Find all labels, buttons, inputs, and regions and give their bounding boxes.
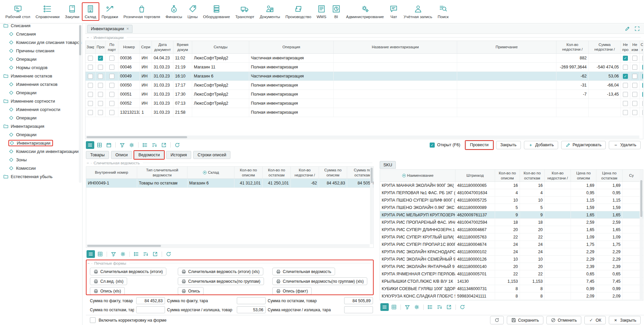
checkbox[interactable] [623,110,628,115]
checkbox[interactable] [623,92,628,97]
close-doc-button[interactable]: Закрыть [496,141,521,149]
column-header[interactable]: Кол-во по описям [495,170,520,181]
topbar-item[interactable]: Документы [257,3,283,20]
cell-checkbox[interactable] [106,54,118,62]
checkbox[interactable] [632,110,637,115]
cell-checkbox[interactable] [86,72,96,80]
print-form-button[interactable]: Сличительная ведомость (итоги) (xls) [178,268,263,275]
numbered-list-icon[interactable] [426,303,434,311]
table-row[interactable]: КРУПА ЯЧМЕННАЯ СУПЕР! ПЕРЛОВ/48111800057… [380,270,643,278]
topbar-item[interactable]: Чат [386,3,401,20]
cell-checkbox[interactable] [621,108,630,117]
numbered-list-icon[interactable] [141,141,149,149]
cell-checkbox[interactable] [96,63,106,71]
topbar-item[interactable]: Склад [82,3,99,20]
table-row[interactable]: КРУПА РИС ЭКОЛАЙН ЯНТАРНЫЙ 9481118000014… [380,263,643,270]
edit-button[interactable]: Редактировать [561,141,606,149]
table-row[interactable]: ✓00036ИН04.04.2311:02ЛюксСофтТрейд2Части… [86,54,643,63]
checkbox[interactable]: ✓ [623,74,628,79]
topbar-item[interactable]: Финансы [163,3,185,20]
table-row[interactable]: КРУПА РИС СУПЕР! ПРОПАР.1С 800Г481118000… [380,241,643,248]
cell-checkbox[interactable]: ✓ [621,72,630,80]
cell-checkbox[interactable] [106,108,118,117]
sidebar-item[interactable]: Операции [0,55,82,63]
cell-checkbox[interactable] [106,90,118,99]
column-header[interactable]: Су [623,170,641,181]
table-row[interactable]: КУБИКИ СОЕВЫЕ ГУЛЯШ 100Г ЗДОР48113460007… [380,285,643,292]
filter-icon[interactable] [109,250,118,258]
filter-icon[interactable] [118,141,126,149]
cell-checkbox[interactable] [621,63,630,71]
sum-field-input[interactable]: 53,06 [237,306,266,313]
checkbox[interactable] [632,74,637,79]
refresh-button[interactable] [490,316,504,324]
print-form-button[interactable]: Опись (xls) [90,287,125,295]
grid-view-icon[interactable] [95,141,104,149]
table-row[interactable]: 132132132131.03.2321:58Полная инвентариз… [86,108,643,117]
topbar-item[interactable]: BI [329,3,343,20]
list-view-icon[interactable] [380,303,389,311]
column-header[interactable]: Сумма по описям [319,167,347,178]
topbar-item[interactable]: Цены [185,3,200,20]
topbar-item[interactable]: Поиск [435,3,451,20]
column-header[interactable]: Примечание [457,41,556,53]
cell-checkbox[interactable] [621,90,630,99]
close-button[interactable]: ×Закрыть [609,316,641,324]
checkbox[interactable] [88,74,93,79]
column-header[interactable]: По парт [106,41,118,53]
cell-checkbox[interactable]: ✓ [640,72,643,80]
checkbox[interactable] [632,65,637,70]
sidebar-item[interactable]: Операции [0,130,82,139]
export-icon[interactable] [445,303,453,311]
checkbox[interactable] [88,101,93,106]
cell-checkbox[interactable] [630,99,640,108]
cell-checkbox[interactable] [86,108,96,117]
sum-field-input[interactable] [136,306,165,313]
cell-checkbox[interactable] [96,90,106,99]
checkbox[interactable] [632,101,637,106]
topbar-item[interactable]: Оборудование [200,3,232,20]
cell-checkbox[interactable] [630,54,640,62]
sidebar-item[interactable]: Изменение сортности [0,97,82,105]
table-row[interactable]: КРУПА РИС СУПЕР! ДЛИННОЗЕРН.1(4811180004… [380,226,643,233]
sidebar-item[interactable]: Операции [0,114,82,122]
horizontal-scrollbar[interactable] [87,244,370,247]
cell-checkbox[interactable] [630,63,640,71]
sidebar-item[interactable]: Списания [0,30,82,38]
vertical-scrollbar[interactable] [640,170,643,300]
subtab-4[interactable]: Строки описей [193,151,230,159]
adjust-on-form-checkbox[interactable]: Включить корректировку на форме [90,317,166,323]
cell-checkbox[interactable] [640,99,643,108]
print-form-button[interactable]: Опись (факт) [272,287,312,295]
cell-checkbox[interactable] [106,63,118,71]
checkbox[interactable] [109,110,114,115]
sidebar-item[interactable]: Комиссии для списания товаров [0,38,82,47]
column-header[interactable]: Внутренний номер [86,167,137,178]
table-row[interactable]: 00050ИН31.03.2317:17ЛюксСофтТрейд2Полная… [86,81,643,90]
list-view-icon[interactable] [86,141,94,149]
checkbox[interactable] [109,83,114,88]
sidebar-scrollbar[interactable] [79,24,82,183]
column-header[interactable]: Не про [621,41,630,53]
topbar-item[interactable]: Производство [283,3,314,20]
checkbox[interactable]: ✓ [642,83,643,88]
print-form-button[interactable]: Сличительная ведомость(по группам) (xls) [272,277,367,285]
sorted-list-icon[interactable] [435,303,444,311]
cell-checkbox[interactable] [630,108,640,117]
table-row[interactable]: КРЫЛЫШКИ СТОЛ.ЛЮКС К/В В/У 1К141301,1531… [380,278,643,285]
column-header[interactable]: Название инвентаризации [334,41,457,53]
post-button[interactable]: Провести [466,141,493,149]
subtab-3[interactable]: История [166,151,191,159]
cell-checkbox[interactable]: ✓ [640,63,643,71]
checkbox[interactable] [642,56,643,61]
cancel-button[interactable]: Отменить [546,316,581,324]
table-row[interactable]: 00049ИН31.03.2316:10Магазин 6Частичная и… [86,72,643,81]
checkbox[interactable]: ✓ [642,65,643,70]
add-button[interactable]: +Добавить [524,141,558,149]
topbar-item[interactable]: Учётная запись [401,3,435,20]
column-header[interactable]: Наименование [380,170,455,181]
column-header[interactable]: Операция [249,41,334,53]
sidebar-item[interactable]: Операции [0,89,82,97]
checkbox[interactable] [642,110,643,115]
checkbox[interactable] [632,83,637,88]
